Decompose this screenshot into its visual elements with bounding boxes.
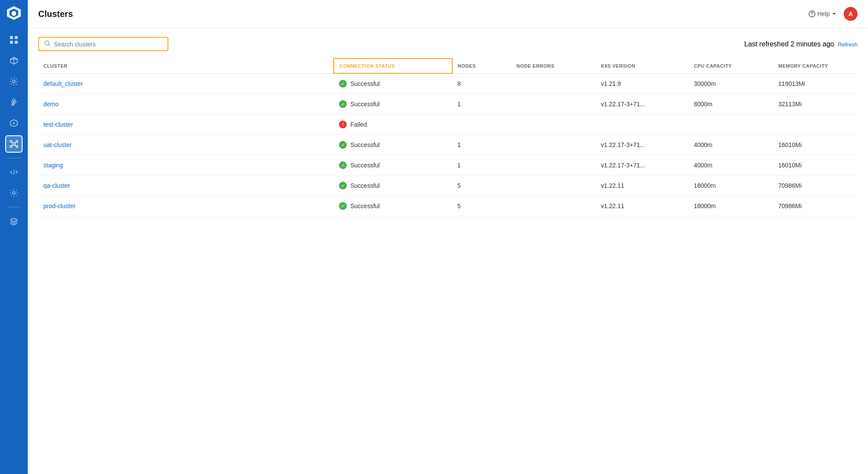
nodes-cell: 8	[452, 73, 511, 94]
memory-capacity-cell: 70986Mi	[773, 196, 858, 216]
nodes-cell: 1	[452, 135, 511, 155]
connection-status-cell: ✓ Successful	[334, 196, 452, 216]
connection-status-cell: ✓ Successful	[334, 176, 452, 196]
svg-point-22	[45, 41, 49, 45]
memory-capacity-cell: 16010Mi	[773, 155, 858, 176]
cluster-name-cell: staging	[38, 155, 334, 176]
status-cell: ✓ Successful	[339, 202, 447, 210]
chevron-down-icon	[832, 11, 837, 16]
table-row: qa-cluster ✓ Successful 5 v1.22.11 18000…	[38, 176, 858, 196]
connection-status-cell: ✓ Successful	[334, 73, 452, 94]
cluster-name-cell: test-cluster	[38, 114, 334, 135]
clusters-icon[interactable]	[5, 135, 23, 153]
svg-rect-4	[15, 36, 18, 39]
cluster-link[interactable]: staging	[43, 162, 63, 169]
svg-line-17	[15, 142, 16, 143]
status-failed-icon: !	[339, 121, 347, 128]
network-icon[interactable]	[5, 114, 23, 132]
errors-cell	[511, 73, 596, 94]
memory-capacity-cell: 119013Mi	[773, 73, 858, 94]
status-success-icon: ✓	[339, 202, 347, 210]
sidebar	[0, 0, 28, 474]
nodes-cell: 5	[452, 176, 511, 196]
k8s-version-cell: v1.22.17-3+71...	[596, 94, 689, 114]
col-header-connection: CONNECTION STATUS	[334, 59, 452, 73]
cluster-link[interactable]: prod-cluster	[43, 203, 76, 209]
connection-status-cell: ✓ Successful	[334, 135, 452, 155]
header-right: Help A	[809, 7, 858, 21]
cog-icon[interactable]	[5, 73, 23, 90]
help-circle-icon	[809, 10, 815, 17]
status-success-icon: ✓	[339, 100, 347, 108]
status-success-icon: ✓	[339, 141, 347, 149]
svg-point-15	[16, 146, 18, 147]
refresh-button[interactable]: Refresh	[838, 41, 858, 48]
cpu-capacity-cell: 4000m	[689, 155, 773, 176]
svg-point-8	[13, 101, 15, 102]
col-header-errors: NODE ERRORS	[511, 59, 596, 73]
clusters-table: CLUSTER CONNECTION STATUS NODES NODE ERR…	[38, 58, 858, 216]
memory-capacity-cell: 16010Mi	[773, 135, 858, 155]
cluster-link[interactable]: uat-cluster	[43, 141, 72, 148]
svg-point-20	[13, 192, 15, 194]
cluster-link[interactable]: demo	[43, 101, 59, 108]
svg-rect-5	[10, 41, 13, 44]
cluster-link[interactable]: test-cluster	[43, 121, 73, 128]
status-label: Successful	[350, 203, 380, 209]
status-success-icon: ✓	[339, 161, 347, 169]
cluster-link[interactable]: default_cluster	[43, 80, 83, 87]
memory-capacity-cell: 32113Mi	[773, 94, 858, 114]
page-header: Clusters Help A	[28, 0, 868, 28]
svg-point-7	[13, 80, 15, 83]
svg-rect-3	[10, 36, 13, 39]
cpu-capacity-cell: 18000m	[689, 176, 773, 196]
rocket-icon[interactable]	[5, 94, 23, 111]
col-header-cpu: CPU CAPACITY	[689, 59, 773, 73]
errors-cell	[511, 196, 596, 216]
cluster-name-cell: uat-cluster	[38, 135, 334, 155]
status-cell: ✓ Successful	[339, 182, 447, 190]
settings-icon[interactable]	[5, 184, 23, 202]
status-label: Successful	[350, 101, 380, 108]
nodes-cell: 1	[452, 155, 511, 176]
memory-capacity-cell: 70986Mi	[773, 176, 858, 196]
nodes-cell: 1	[452, 94, 511, 114]
code-icon[interactable]	[5, 163, 23, 181]
app-logo[interactable]	[6, 5, 22, 21]
dashboard-icon[interactable]	[5, 31, 23, 49]
status-cell: ✓ Successful	[339, 100, 447, 108]
table-row: staging ✓ Successful 1 v1.22.17-3+71... …	[38, 155, 858, 176]
status-label: Failed	[350, 121, 367, 128]
connection-status-cell: ✓ Successful	[334, 155, 452, 176]
layers-icon[interactable]	[5, 212, 23, 230]
status-label: Successful	[350, 162, 380, 169]
search-input[interactable]	[54, 41, 162, 48]
status-cell: ✓ Successful	[339, 141, 447, 149]
main-content: Clusters Help A	[28, 0, 868, 474]
status-label: Successful	[350, 141, 380, 148]
toolbar: Last refreshed 2 minutes ago Refresh	[38, 37, 858, 51]
help-label: Help	[817, 10, 830, 17]
errors-cell	[511, 94, 596, 114]
col-header-cluster: CLUSTER	[38, 59, 334, 73]
page-content: Last refreshed 2 minutes ago Refresh CLU…	[28, 28, 868, 474]
user-avatar[interactable]: A	[844, 7, 858, 21]
cpu-capacity-cell: 18000m	[689, 196, 773, 216]
k8s-version-cell	[596, 114, 689, 135]
cube-icon[interactable]	[5, 52, 23, 69]
table-header-row: CLUSTER CONNECTION STATUS NODES NODE ERR…	[38, 59, 858, 73]
errors-cell	[511, 176, 596, 196]
errors-cell	[511, 135, 596, 155]
status-success-icon: ✓	[339, 80, 347, 88]
svg-point-13	[16, 141, 18, 142]
status-cell: ✓ Successful	[339, 80, 447, 88]
cluster-link[interactable]: qa-cluster	[43, 182, 70, 189]
svg-line-16	[12, 142, 13, 143]
svg-line-19	[15, 145, 16, 146]
cpu-capacity-cell: 30000m	[689, 73, 773, 94]
nodes-cell: 5	[452, 196, 511, 216]
connection-status-cell: ✓ Successful	[334, 94, 452, 114]
k8s-version-cell: v1.22.17-3+71...	[596, 135, 689, 155]
help-button[interactable]: Help	[809, 10, 837, 17]
table-row: uat-cluster ✓ Successful 1 v1.22.17-3+71…	[38, 135, 858, 155]
